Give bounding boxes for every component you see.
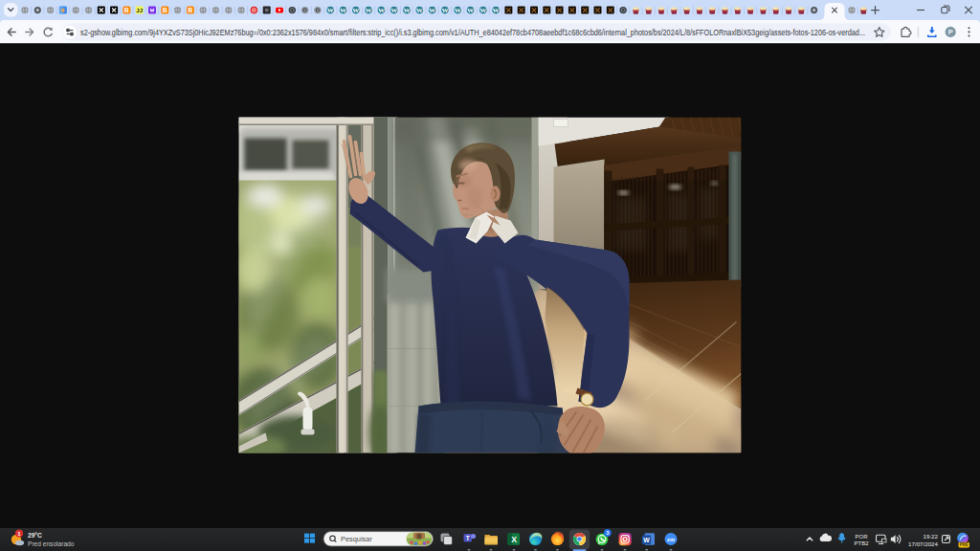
svg-text:Pesquisar: Pesquisar (341, 535, 372, 543)
svg-text:s2-gshow.glbimg.com/9j4YXZvS73: s2-gshow.glbimg.com/9j4YXZvS73Sj0HicJ92E… (80, 28, 865, 37)
svg-text:zm: zm (667, 537, 675, 542)
svg-text:PRE: PRE (959, 542, 968, 547)
svg-text:17/07/2024: 17/07/2024 (908, 540, 939, 547)
svg-text:P: P (948, 28, 953, 36)
svg-text:T: T (466, 535, 470, 541)
svg-text:19:22: 19:22 (924, 533, 939, 540)
svg-text:POR: POR (855, 534, 868, 540)
svg-text:W: W (643, 537, 650, 543)
svg-text:1: 1 (17, 530, 21, 537)
svg-text:X: X (511, 535, 517, 544)
svg-text:PTB2: PTB2 (854, 540, 869, 546)
svg-text:Pred ensolarado: Pred ensolarado (28, 540, 75, 547)
svg-text:29°C: 29°C (28, 532, 42, 539)
